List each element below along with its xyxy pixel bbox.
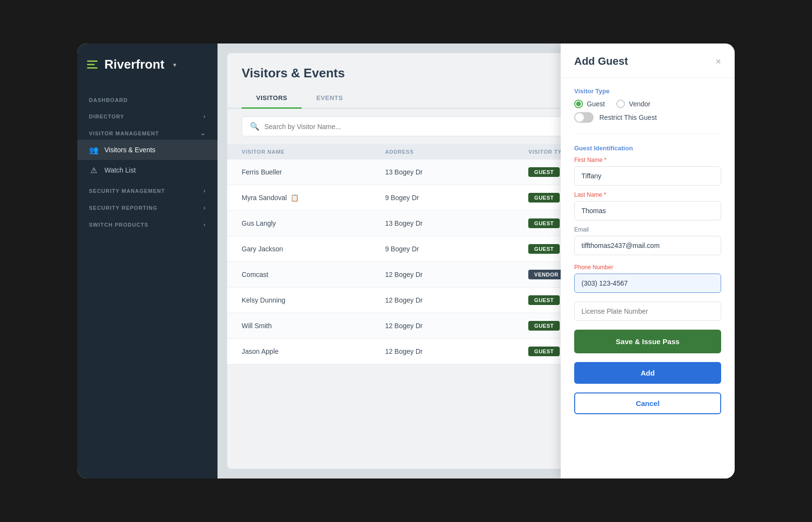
restrict-toggle[interactable] (574, 112, 594, 123)
last-name-label: Last Name * (574, 191, 721, 198)
col-address: ADDRESS (385, 149, 529, 155)
tab-visitors[interactable]: VISITORS (242, 88, 302, 109)
save-issue-pass-button[interactable]: Save & Issue Pass (574, 330, 721, 353)
restrict-label: Restrict This Guest (599, 114, 657, 121)
main-area: Visitors & Events VISITORS EVENTS 🔍 VISI… (218, 44, 735, 478)
chevron-down-icon[interactable]: ▾ (173, 61, 176, 69)
email-group: Email (574, 226, 721, 255)
radio-dot-guest (576, 102, 581, 106)
cell-address: 12 Bogey Dr (385, 322, 529, 330)
search-icon: 🔍 (250, 122, 260, 131)
app-name: Riverfront (104, 57, 164, 72)
cell-address: 12 Bogey Dr (385, 271, 529, 278)
hamburger-icon[interactable] (87, 60, 98, 69)
visitor-type-badge: GUEST (528, 218, 559, 228)
cell-address: 13 Bogey Dr (385, 168, 529, 176)
cell-visitor-name: Comcast (242, 271, 385, 278)
sidebar-item-watch-list[interactable]: ⚠ Watch List (77, 160, 218, 180)
cell-address: 9 Bogey Dr (385, 245, 529, 253)
add-button[interactable]: Add (574, 362, 721, 384)
email-label: Email (574, 226, 721, 233)
radio-label-vendor: Vendor (629, 100, 650, 108)
chevron-right-icon: › (203, 221, 206, 228)
cancel-button[interactable]: Cancel (574, 392, 721, 414)
visitors-icon: 👥 (89, 145, 99, 155)
first-name-group: First Name * (574, 157, 721, 186)
last-name-group: Last Name * (574, 191, 721, 220)
cell-visitor-name: Kelsy Dunning (242, 296, 385, 304)
radio-circle-vendor (616, 100, 625, 108)
phone-input[interactable] (574, 274, 721, 293)
visitor-type-badge: GUEST (528, 321, 559, 331)
visitor-type-section: Visitor Type Guest Vendor (574, 87, 721, 123)
last-name-input[interactable] (574, 201, 721, 220)
cell-visitor-name: Ferris Bueller (242, 168, 385, 176)
cell-visitor-name: Gus Langly (242, 219, 385, 227)
visitor-type-badge: GUEST (528, 244, 559, 254)
sidebar-section-switch-products[interactable]: SWITCH PRODUCTS › (77, 214, 218, 231)
guest-id-label: Guest Identification (574, 145, 721, 152)
sidebar-item-visitors-events[interactable]: 👥 Visitors & Events (77, 140, 218, 160)
radio-group: Guest Vendor (574, 100, 721, 108)
sidebar: Riverfront ▾ DASHBOARD DIRECTORY › VISIT… (77, 44, 218, 478)
chevron-right-icon: › (203, 187, 206, 194)
tab-events[interactable]: EVENTS (302, 88, 357, 109)
email-input[interactable] (574, 236, 721, 255)
first-name-label: First Name * (574, 157, 721, 163)
cell-address: 13 Bogey Dr (385, 219, 529, 227)
visitor-type-badge: GUEST (528, 193, 559, 203)
warning-icon: ⚠ (89, 165, 99, 175)
col-visitor-name: VISITOR NAME (242, 149, 385, 155)
panel-body: Visitor Type Guest Vendor (561, 78, 735, 424)
cell-visitor-name: Gary Jackson (242, 245, 385, 253)
sidebar-section-directory[interactable]: DIRECTORY › (77, 106, 218, 123)
visitor-type-badge: GUEST (528, 167, 559, 177)
radio-label-guest: Guest (587, 100, 605, 108)
sidebar-section-security-reporting[interactable]: SECURITY REPORTING › (77, 197, 218, 214)
visitor-type-badge: VENDOR (528, 270, 564, 279)
toggle-knob (575, 113, 584, 122)
panel-header: Add Guest × (561, 44, 735, 78)
sidebar-section-security-management[interactable]: SECURITY MANAGEMENT › (77, 180, 218, 197)
phone-label: Phone Number (574, 264, 721, 271)
cell-address: 9 Bogey Dr (385, 194, 529, 202)
cell-visitor-name: Will Smith (242, 322, 385, 330)
cell-visitor-name: Jason Apple (242, 348, 385, 355)
guest-id-section: Guest Identification First Name * Last N… (574, 145, 721, 255)
visitor-type-label: Visitor Type (574, 87, 721, 95)
cell-address: 12 Bogey Dr (385, 296, 529, 304)
sidebar-section-dashboard: DASHBOARD (77, 90, 218, 106)
close-button[interactable]: × (715, 57, 721, 66)
license-plate-group (574, 302, 721, 321)
radio-guest[interactable]: Guest (574, 100, 605, 108)
chevron-right-icon: › (203, 204, 206, 211)
divider (574, 133, 721, 134)
sidebar-section-visitor-management[interactable]: VISITOR MANAGEMENT ⌄ (77, 123, 218, 140)
license-plate-input[interactable] (574, 302, 721, 321)
sidebar-header: Riverfront ▾ (77, 44, 218, 86)
chevron-down-icon: ⌄ (200, 130, 206, 137)
first-name-input[interactable] (574, 166, 721, 186)
radio-vendor[interactable]: Vendor (616, 100, 650, 108)
cell-address: 12 Bogey Dr (385, 348, 529, 355)
visitor-type-badge: GUEST (528, 295, 559, 305)
phone-group: Phone Number (574, 264, 721, 293)
radio-circle-guest (574, 100, 583, 108)
cell-visitor-name: Myra Sandoval 📋 (242, 194, 385, 202)
add-guest-panel: Add Guest × Visitor Type Guest (561, 44, 735, 478)
sidebar-nav: DASHBOARD DIRECTORY › VISITOR MANAGEMENT… (77, 86, 218, 236)
visitor-type-badge: GUEST (528, 347, 559, 356)
note-icon: 📋 (290, 194, 299, 202)
panel-title: Add Guest (574, 55, 628, 68)
restrict-toggle-row: Restrict This Guest (574, 112, 721, 123)
chevron-right-icon: › (203, 113, 206, 120)
